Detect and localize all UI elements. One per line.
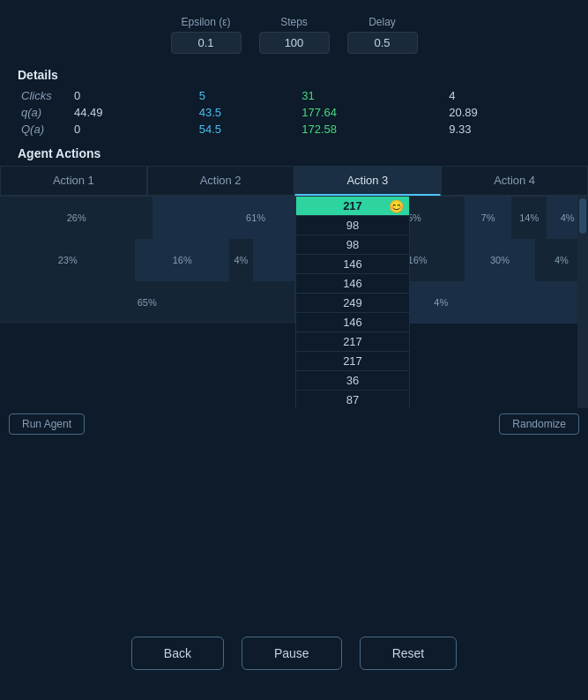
scroll-thumb[interactable] xyxy=(579,198,586,234)
action-tab-2[interactable]: Action 2 xyxy=(147,166,294,196)
seg-3-1: 65% xyxy=(0,281,294,324)
pause-button[interactable]: Pause xyxy=(242,637,342,670)
pct-label: 65% xyxy=(138,297,157,308)
details-section: Details Clicks05314q(a)44.4943.5177.6420… xyxy=(0,63,588,141)
seg-2-1: 23% xyxy=(0,239,135,281)
action3-overlay: 217😊989814614624914621721736872171722171… xyxy=(295,197,410,408)
action3-item-7: 217 xyxy=(296,332,409,352)
dist-row-2: 23% 16% 4% 57% 16% 30% 4% xyxy=(0,239,588,281)
pct-label: 4% xyxy=(555,255,569,265)
epsilon-input[interactable] xyxy=(171,32,242,54)
steps-label: Steps xyxy=(280,16,308,28)
scrollbar[interactable] xyxy=(577,197,588,408)
top-controls: Epsilon (ε) Steps Delay xyxy=(0,0,588,63)
action3-item-1: 98 xyxy=(296,216,409,235)
pct-label: 14% xyxy=(519,212,539,223)
action3-item-5: 249 xyxy=(296,294,409,313)
pct-label: 26% xyxy=(67,212,86,223)
steps-input[interactable] xyxy=(259,32,330,54)
pct-label: 7% xyxy=(481,212,495,223)
details-row: Clicks05314 xyxy=(18,87,570,104)
dist-row-5 xyxy=(0,366,588,408)
pct-label: 16% xyxy=(408,255,428,265)
seg-2-3: 4% xyxy=(229,239,253,281)
delay-group: Delay xyxy=(347,16,418,54)
reset-button[interactable]: Reset xyxy=(360,637,458,670)
action3-item-8: 217 xyxy=(296,352,409,371)
delay-input[interactable] xyxy=(347,32,418,54)
action3-item-4: 146 xyxy=(296,274,409,294)
details-table: Clicks05314q(a)44.4943.5177.6420.89Q(a)0… xyxy=(18,87,570,138)
action3-item-0: 217😊 xyxy=(296,197,409,216)
dist-row-1: 26% 61% 55% 7% 14% 4% xyxy=(0,197,588,239)
delay-label: Delay xyxy=(368,16,396,28)
epsilon-group: Epsilon (ε) xyxy=(171,16,242,54)
details-row: q(a)44.4943.5177.6420.89 xyxy=(18,104,570,121)
dist-row-4 xyxy=(0,324,588,366)
action-tabs: Action 1Action 2Action 3Action 4 xyxy=(0,166,588,197)
details-row: Q(a)054.5172.589.33 xyxy=(18,121,570,138)
randomize-button[interactable]: Randomize xyxy=(499,413,579,435)
pct-label: 4% xyxy=(561,212,575,223)
action3-item-2: 98 xyxy=(296,235,409,255)
steps-group: Steps xyxy=(259,16,330,54)
seg-1-4: 7% xyxy=(465,197,511,239)
bottom-strip: Run Agent Randomize xyxy=(0,408,588,440)
dist-row-3: 65% 4% xyxy=(0,281,588,324)
pct-label: 16% xyxy=(173,255,192,265)
action3-item-10: 87 xyxy=(296,391,409,408)
agent-actions-title: Agent Actions xyxy=(0,146,588,160)
distribution-area: 26% 61% 55% 7% 14% 4% 23% 16% 4% 57% 16%… xyxy=(0,197,588,408)
details-title: Details xyxy=(18,68,570,82)
pct-label: 30% xyxy=(490,255,510,265)
seg-2-6: 30% xyxy=(465,239,535,281)
epsilon-label: Epsilon (ε) xyxy=(181,16,230,28)
seg-1-5: 14% xyxy=(511,197,547,239)
action-tab-3[interactable]: Action 3 xyxy=(294,166,442,196)
item-icon: 😊 xyxy=(389,199,404,213)
action-buttons-row: Back Pause Reset xyxy=(0,624,588,682)
pct-label: 4% xyxy=(234,255,249,265)
action3-item-9: 36 xyxy=(296,371,409,391)
action-tab-1[interactable]: Action 1 xyxy=(0,166,147,196)
dist-background: 26% 61% 55% 7% 14% 4% 23% 16% 4% 57% 16%… xyxy=(0,197,588,408)
seg-1-1: 26% xyxy=(0,197,153,239)
agent-actions-section: Agent Actions Action 1Action 2Action 3Ac… xyxy=(0,141,588,197)
action-tab-4[interactable]: Action 4 xyxy=(441,166,588,196)
pct-label: 61% xyxy=(246,212,265,223)
run-agent-button[interactable]: Run Agent xyxy=(9,413,85,435)
seg-2-2: 16% xyxy=(135,239,229,281)
action3-item-3: 146 xyxy=(296,255,409,274)
pct-label: 23% xyxy=(58,255,78,265)
back-button[interactable]: Back xyxy=(131,637,224,670)
action3-item-6: 146 xyxy=(296,313,409,332)
pct-label: 4% xyxy=(434,297,448,308)
